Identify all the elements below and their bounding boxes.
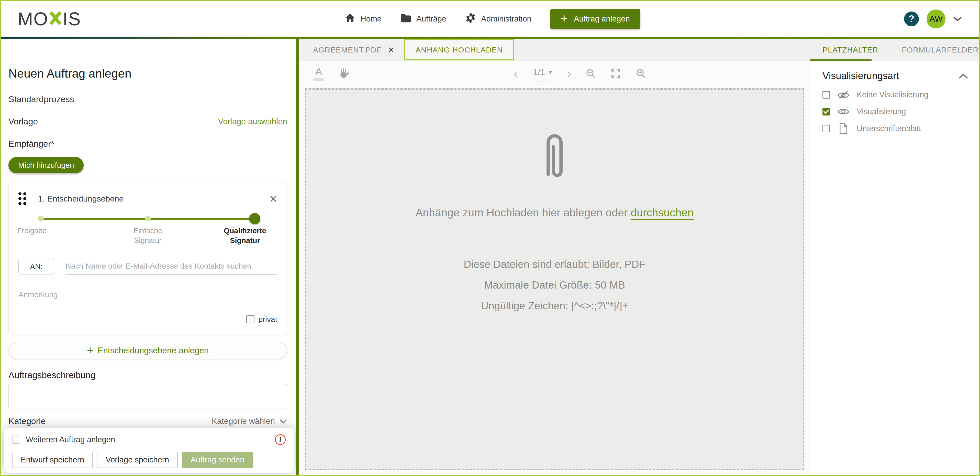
slider-track[interactable]	[41, 218, 255, 220]
document-panel: AGREEMENT.PDF × ANHANG HOCHLADEN A	[299, 39, 810, 475]
zoom-out-icon[interactable]	[585, 68, 597, 79]
description-textarea[interactable]	[8, 384, 287, 409]
fullscreen-icon[interactable]	[610, 68, 622, 79]
attachment-dropzone[interactable]: Anhänge zum Hochladen hier ablegen oder …	[305, 88, 804, 470]
text-tool-button[interactable]: A	[313, 66, 324, 81]
slider-step-einfache-signatur[interactable]	[145, 216, 151, 222]
choose-template-link[interactable]: Vorlage auswählen	[218, 117, 287, 126]
visualization-section-title: Visualisierungsart	[822, 70, 899, 81]
add-me-button[interactable]: Mich hinzufügen	[8, 157, 84, 173]
header: MO IS Home Aufträge Administration + Auf…	[1, 1, 979, 37]
gear-icon	[465, 13, 476, 26]
create-order-label: Auftrag anlegen	[574, 14, 630, 24]
unterschriftenblatt-checkbox[interactable]	[822, 125, 830, 133]
save-template-button[interactable]: Vorlage speichern	[97, 452, 178, 468]
paperclip-icon	[540, 131, 569, 183]
tab-platzhalter[interactable]: PLATZHALTER	[822, 46, 878, 54]
close-tab-icon[interactable]: ×	[388, 44, 394, 55]
app-window: MO IS Home Aufträge Administration + Auf…	[0, 0, 980, 476]
decision-level-title: 1. Entscheidungsebene	[38, 194, 124, 204]
step-label-einfache-signatur: Einfache Signatur	[120, 226, 176, 245]
logo: MO IS	[18, 8, 81, 29]
dropzone-headline: Anhänge zum Hochladen hier ablegen oder …	[415, 206, 694, 219]
save-draft-button[interactable]: Entwurf speichern	[12, 452, 93, 468]
page-indicator: 1/1	[533, 67, 545, 77]
recipient-row: Empfänger*	[8, 139, 287, 149]
signature-sheet-icon	[837, 123, 850, 134]
nav-item-home[interactable]: Home	[345, 13, 382, 25]
nav-item-label: Aufträge	[416, 14, 446, 24]
tab-label: ANHANG HOCHLADEN	[415, 46, 503, 54]
page-select[interactable]: 1/1 ▾	[531, 65, 554, 81]
tab-label: AGREEMENT.PDF	[313, 46, 382, 54]
tab-agreement-pdf[interactable]: AGREEMENT.PDF ×	[306, 39, 401, 61]
nav-item-auftraege[interactable]: Aufträge	[401, 13, 446, 25]
account-chevron-down-icon[interactable]	[953, 16, 962, 22]
panel-divider	[296, 39, 299, 475]
contact-search-input[interactable]	[65, 262, 277, 275]
option-keine-visualisierung: Keine Visualisierung	[822, 88, 968, 101]
placeholder-tabbar: PLATZHALTER FORMULARFELDER	[810, 39, 979, 61]
send-order-button[interactable]: Auftrag senden	[182, 452, 253, 468]
template-label: Vorlage	[8, 117, 38, 126]
dropzone-margin: Anhänge zum Hochladen hier ablegen oder …	[299, 86, 810, 475]
collapse-chevron-up-icon[interactable]	[959, 73, 968, 79]
font-tool-icon: A	[315, 66, 322, 77]
template-row: Vorlage Vorlage auswählen	[8, 117, 287, 126]
option-unterschriftenblatt: Unterschriftenblatt	[822, 122, 968, 135]
create-order-button[interactable]: + Auftrag anlegen	[550, 9, 640, 29]
category-label: Kategorie	[8, 416, 46, 426]
signature-level-slider	[18, 218, 277, 220]
prev-page-icon[interactable]: ‹	[514, 68, 518, 79]
logo-x-icon	[48, 8, 63, 29]
private-checkbox[interactable]	[246, 315, 255, 323]
nav-item-label: Home	[360, 14, 382, 24]
an-label: AN:	[30, 262, 43, 271]
page-title: Neuen Auftrag anlegen	[8, 66, 287, 80]
browse-link[interactable]: durchsuchen	[631, 206, 694, 219]
add-decision-level-button[interactable]: + Entscheidungsebene anlegen	[8, 342, 287, 359]
hand-pan-icon[interactable]	[337, 68, 349, 79]
help-button[interactable]: ?	[904, 11, 919, 26]
category-select-value: Kategorie wählen	[212, 416, 275, 426]
option-visualisierung: Visualisierung	[822, 105, 968, 118]
create-another-checkbox[interactable]	[12, 436, 20, 444]
avatar-initials: AW	[929, 14, 943, 24]
next-page-icon[interactable]: ›	[567, 68, 571, 79]
dropzone-rules: Diese Dateien sind erlaubt: Bilder, PDF …	[464, 250, 646, 321]
nav-item-administration[interactable]: Administration	[465, 13, 531, 26]
active-tab-underline	[810, 59, 872, 61]
add-decision-level-label: Entscheidungsebene anlegen	[97, 346, 209, 355]
document-tabbar: AGREEMENT.PDF × ANHANG HOCHLADEN	[299, 39, 810, 61]
drag-handle[interactable]	[18, 192, 26, 205]
category-select[interactable]: Kategorie wählen	[212, 416, 287, 426]
close-icon[interactable]: ×	[270, 192, 277, 205]
tab-formularfelder[interactable]: FORMULARFELDER	[902, 46, 979, 54]
note-input[interactable]	[18, 291, 277, 303]
private-label: privat	[259, 315, 277, 324]
eye-icon	[837, 107, 850, 116]
rule-max-size: Maximale Datei Größe: 50 MB	[464, 279, 646, 291]
tab-anhang-hochladen[interactable]: ANHANG HOCHLADEN	[404, 39, 514, 61]
folder-icon	[401, 13, 411, 25]
visualisierung-checkbox[interactable]	[822, 108, 830, 115]
slider-handle-qualifizierte-signatur[interactable]	[249, 213, 260, 224]
slider-step-freigabe[interactable]	[38, 216, 44, 222]
slider-labels: Freigabe Einfache Signatur Qualifizierte…	[18, 226, 277, 248]
info-icon[interactable]: i	[275, 434, 286, 445]
keine-visualisierung-checkbox[interactable]	[822, 91, 830, 99]
recipient-type-box[interactable]: AN:	[18, 259, 54, 275]
avatar[interactable]: AW	[927, 10, 945, 29]
zoom-in-icon[interactable]	[635, 68, 646, 79]
eye-off-icon	[837, 90, 850, 99]
logo-text-suffix: IS	[63, 8, 81, 29]
decision-level-card: 1. Entscheidungsebene × Freigabe Einfach…	[8, 183, 287, 334]
logo-text-prefix: MO	[18, 8, 48, 29]
rule-allowed-files: Diese Dateien sind erlaubt: Bilder, PDF	[464, 258, 646, 270]
recipient-label: Empfänger*	[8, 139, 54, 149]
add-me-label: Mich hinzufügen	[18, 161, 74, 169]
nav-item-label: Administration	[481, 14, 531, 24]
step-label-qualifizierte-signatur: Qualifizierte Signatur	[217, 226, 273, 245]
home-icon	[345, 13, 355, 25]
category-row: Kategorie Kategorie wählen	[8, 416, 287, 426]
